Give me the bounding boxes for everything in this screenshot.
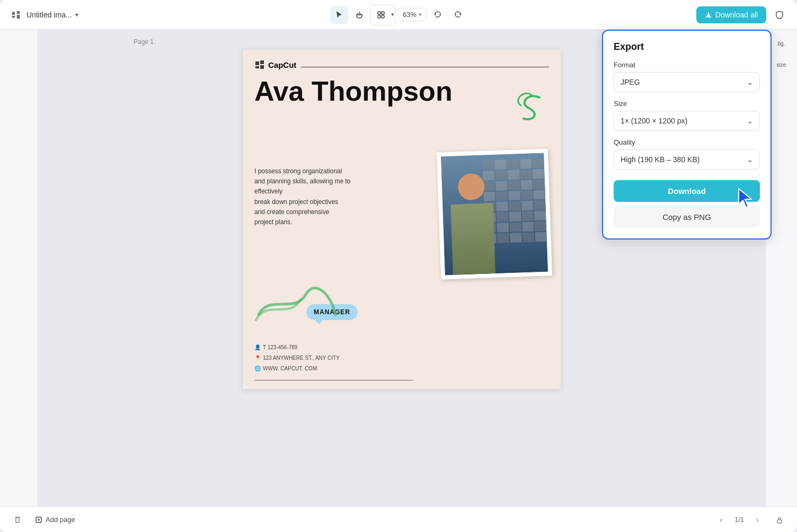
canvas-address: 123 ANYWHERE ST., ANY CITY	[263, 353, 340, 363]
zoom-control[interactable]: 63% ▾	[398, 8, 427, 21]
add-page-button[interactable]: Add page	[31, 513, 79, 526]
zoom-chevron-icon: ▾	[419, 11, 422, 18]
page-label: Page 1	[134, 38, 154, 46]
page-counter: 1/1	[734, 516, 744, 524]
quality-chevron-icon: ⌄	[747, 155, 753, 164]
canvas-name: Ava Thompson	[254, 76, 453, 107]
export-format-select[interactable]: JPEG ⌄	[614, 72, 760, 92]
size-panel-label: size	[777, 62, 786, 68]
export-size-select[interactable]: 1× (1200 × 1200 px) ⌄	[614, 111, 760, 131]
download-all-button[interactable]: Download all	[696, 6, 766, 23]
bottom-left: Add page	[8, 511, 398, 529]
export-title: Export	[614, 41, 760, 52]
export-size-select-wrapper[interactable]: 1× (1200 × 1200 px) ⌄	[614, 111, 760, 131]
export-quality-label: Quality	[614, 138, 760, 146]
svg-rect-3	[382, 15, 384, 18]
export-quality-select[interactable]: High (190 KB – 380 KB) ⌄	[614, 149, 760, 170]
canvas-page[interactable]: CapCut Ava Thompson	[243, 50, 561, 389]
export-format-value: JPEG	[621, 78, 640, 86]
bottom-right: ‹ 1/1 ›	[398, 511, 789, 529]
export-quality-select-wrapper[interactable]: High (190 KB – 380 KB) ⌄	[614, 149, 760, 170]
size-panel-btn[interactable]: size	[772, 55, 791, 74]
canvas-phone: T 123-456-789	[263, 342, 297, 353]
export-format-field: Format JPEG ⌄	[614, 61, 760, 92]
download-all-label: Download all	[715, 11, 758, 19]
svg-rect-1	[382, 12, 384, 14]
delete-btn[interactable]	[8, 511, 26, 529]
export-quality-field: Quality High (190 KB – 380 KB) ⌄	[614, 138, 760, 170]
svg-rect-2	[378, 15, 380, 18]
bg-panel-label: bg.	[778, 41, 785, 47]
canvas-photo	[437, 148, 552, 279]
canvas-logo: CapCut	[254, 59, 296, 70]
size-chevron-icon: ⌄	[747, 117, 753, 125]
green-swirl-top-icon	[502, 92, 545, 124]
canvas-logo-text: CapCut	[268, 60, 296, 69]
canvas-divider-line	[301, 67, 549, 67]
view-chevron-icon[interactable]: ▾	[391, 11, 394, 18]
topbar-center: ▾ 63% ▾	[330, 4, 467, 25]
undo-btn[interactable]	[429, 6, 447, 24]
view-toggle[interactable]: ▾	[370, 4, 396, 25]
svg-rect-0	[378, 12, 380, 14]
file-title[interactable]: Untitled ima...	[26, 11, 72, 19]
prev-page-btn[interactable]: ‹	[712, 511, 730, 529]
green-swirl-bottom-icon	[253, 283, 338, 325]
canvas-bio: I possess strong organizational and plan…	[254, 166, 392, 227]
view-mode-btn[interactable]	[372, 6, 390, 24]
redo-btn[interactable]	[449, 6, 467, 24]
hand-tool-btn[interactable]	[350, 6, 368, 24]
select-tool-btn[interactable]	[330, 6, 348, 24]
bg-panel-btn[interactable]: bg.	[772, 34, 791, 53]
next-page-btn[interactable]: ›	[748, 511, 766, 529]
canvas-contact-divider	[254, 380, 413, 380]
canvas-website: WWW. CAPCUT. COM	[263, 363, 317, 374]
export-size-field: Size 1× (1200 × 1200 px) ⌄	[614, 100, 760, 131]
svg-rect-5	[777, 520, 782, 523]
export-panel: Export Format JPEG ⌄ Size 1× (1200 × 120…	[602, 30, 772, 240]
zoom-value: 63%	[403, 11, 417, 19]
format-chevron-icon: ⌄	[747, 78, 753, 86]
export-quality-value: High (190 KB – 380 KB)	[621, 155, 699, 164]
app-logo-icon	[8, 7, 23, 22]
lock-btn[interactable]	[771, 511, 789, 529]
cursor-pointer-icon	[736, 188, 755, 213]
export-size-label: Size	[614, 100, 760, 108]
shield-btn[interactable]	[771, 6, 789, 24]
export-size-value: 1× (1200 × 1200 px)	[621, 117, 687, 125]
export-format-select-wrapper[interactable]: JPEG ⌄	[614, 72, 760, 92]
bottombar: Add page ‹ 1/1 ›	[0, 507, 797, 532]
title-chevron-icon[interactable]: ▾	[75, 11, 78, 19]
topbar: Untitled ima... ▾	[0, 0, 797, 30]
left-sidebar	[0, 30, 38, 507]
add-page-label: Add page	[46, 516, 75, 524]
export-format-label: Format	[614, 61, 760, 69]
canvas-contact: 👤T 123-456-789 📍123 ANYWHERE ST., ANY CI…	[254, 342, 340, 374]
